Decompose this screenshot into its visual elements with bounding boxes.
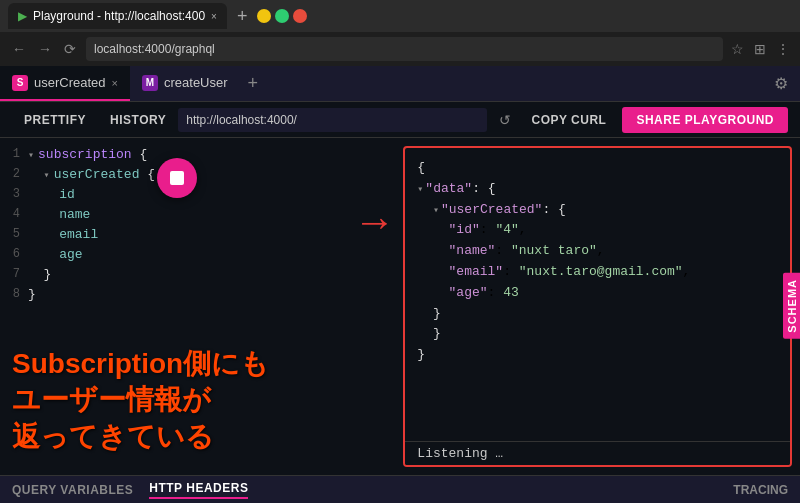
toolbar: PRETTIFY HISTORY ↺ COPY CURL SHARE PLAYG… [0, 102, 800, 138]
address-bar: ← → ⟳ ☆ ⊞ ⋮ [0, 32, 800, 66]
browser-tab-close[interactable]: × [211, 11, 217, 22]
arrow-icon: → [353, 198, 395, 246]
schema-tab[interactable]: SCHEMA [783, 273, 800, 339]
result-line-7: "age": 43 [417, 283, 778, 304]
window-controls [257, 9, 307, 23]
stop-icon [170, 171, 184, 185]
result-line-4: "id": "4", [417, 220, 778, 241]
arrow-container: → [353, 138, 395, 475]
tracing-button[interactable]: TRACING [733, 483, 788, 497]
stop-button[interactable] [157, 158, 197, 198]
prettify-button[interactable]: PRETTIFY [12, 102, 98, 137]
result-line-10: } [417, 345, 778, 366]
maximize-button[interactable] [275, 9, 289, 23]
listening-text: Listening … [417, 446, 503, 461]
code-line-6: 6 age [0, 246, 353, 266]
main-content: 1 ▾subscription { 2 ▾userCreated { 3 id … [0, 138, 800, 475]
tab-favicon: ▶ [18, 9, 27, 23]
app-tabs: S userCreated × M createUser + [0, 66, 762, 101]
share-playground-button[interactable]: SHARE PLAYGROUND [622, 107, 788, 133]
address-bar-icons: ☆ ⊞ ⋮ [731, 41, 790, 57]
jp-text-overlay: Subscription側にもユーザー情報が返ってきている [12, 346, 269, 455]
tab-close-userCreated[interactable]: × [112, 77, 118, 89]
result-line-5: "name": "nuxt taro", [417, 241, 778, 262]
reload-button[interactable]: ⟳ [62, 41, 78, 57]
listening-status: Listening … [405, 441, 790, 465]
history-button[interactable]: HISTORY [98, 102, 178, 137]
undo-icon[interactable]: ↺ [495, 112, 515, 128]
code-line-4: 4 name [0, 206, 353, 226]
result-line-8: } [417, 304, 778, 325]
tab-label-userCreated: userCreated [34, 75, 106, 90]
editor-panel[interactable]: 1 ▾subscription { 2 ▾userCreated { 3 id … [0, 138, 353, 475]
copy-curl-button[interactable]: COPY CURL [519, 113, 618, 127]
app-tab-userCreated[interactable]: S userCreated × [0, 66, 130, 101]
settings-icon[interactable]: ⚙ [762, 74, 800, 93]
back-button[interactable]: ← [10, 41, 28, 57]
tab-icon-s: S [12, 75, 28, 91]
browser-tab-title: Playground - http://localhost:400 [33, 9, 205, 23]
result-line-2: ▾"data": { [417, 179, 778, 200]
forward-button[interactable]: → [36, 41, 54, 57]
code-line-5: 5 email [0, 226, 353, 246]
query-variables-button[interactable]: QUERY VARIABLES [12, 483, 133, 497]
address-input[interactable] [86, 37, 723, 61]
tab-icon-m: M [142, 75, 158, 91]
bottom-bar: QUERY VARIABLES HTTP HEADERS TRACING [0, 475, 800, 503]
result-line-6: "email": "nuxt.taro@gmail.com", [417, 262, 778, 283]
result-line-1: { [417, 158, 778, 179]
menu-icon[interactable]: ⋮ [776, 41, 790, 57]
url-input[interactable] [178, 108, 487, 132]
extensions-icon[interactable]: ⊞ [754, 41, 766, 57]
result-box: { ▾"data": { ▾"userCreated": { "id": "4"… [403, 146, 792, 467]
browser-titlebar: ▶ Playground - http://localhost:400 × + [0, 0, 800, 32]
minimize-button[interactable] [257, 9, 271, 23]
browser-tab-active[interactable]: ▶ Playground - http://localhost:400 × [8, 3, 227, 29]
code-line-7: 7 } [0, 266, 353, 286]
app-header: S userCreated × M createUser + ⚙ [0, 66, 800, 102]
result-line-3: ▾"userCreated": { [417, 200, 778, 221]
new-browser-tab-button[interactable]: + [233, 6, 252, 27]
bookmark-icon[interactable]: ☆ [731, 41, 744, 57]
add-tab-button[interactable]: + [240, 73, 267, 94]
http-headers-button[interactable]: HTTP HEADERS [149, 481, 248, 499]
close-window-button[interactable] [293, 9, 307, 23]
result-line-9: } [417, 324, 778, 345]
app-tab-createUser[interactable]: M createUser [130, 66, 240, 101]
toolbar-right: ↺ COPY CURL SHARE PLAYGROUND [495, 107, 788, 133]
code-line-8: 8 } [0, 286, 353, 306]
tab-label-createUser: createUser [164, 75, 228, 90]
result-panel[interactable]: { ▾"data": { ▾"userCreated": { "id": "4"… [395, 138, 800, 475]
